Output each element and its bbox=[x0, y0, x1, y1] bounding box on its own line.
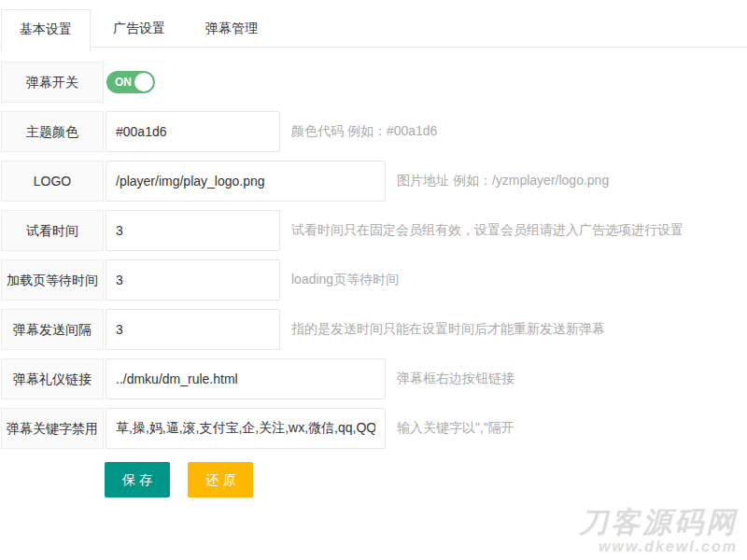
field-label: 加载页等待时间 bbox=[1, 259, 104, 301]
trial-time-input[interactable] bbox=[106, 210, 280, 251]
form-row-loading-wait: 加载页等待时间 loading页等待时间 bbox=[1, 259, 747, 301]
save-button[interactable]: 保存 bbox=[105, 462, 170, 497]
theme-color-input[interactable] bbox=[106, 111, 280, 152]
tab-danmaku-management[interactable]: 弹幕管理 bbox=[188, 9, 275, 47]
field-hint: 试看时间只在固定会员组有效，设置会员组请进入广告选项进行设置 bbox=[291, 222, 684, 239]
field-label: 弹幕发送间隔 bbox=[1, 309, 104, 350]
form-row-danmaku-keyword-ban: 弹幕关键字禁用 输入关键字以","隔开 bbox=[1, 408, 747, 449]
form-row-danmaku-interval: 弹幕发送间隔 指的是发送时间只能在设置时间后才能重新发送新弹幕 bbox=[1, 309, 747, 350]
watermark-site-name: 刀客源码网 bbox=[579, 508, 738, 539]
field-label: 弹幕关键字禁用 bbox=[1, 408, 104, 449]
danmaku-interval-input[interactable] bbox=[106, 309, 280, 350]
form-row-logo: LOGO 图片地址 例如：/yzmplayer/logo.png bbox=[1, 161, 747, 202]
field-label: LOGO bbox=[1, 161, 104, 202]
tab-ad-settings[interactable]: 广告设置 bbox=[95, 9, 183, 47]
form-row-danmaku-switch: 弹幕开关 ON bbox=[1, 62, 747, 103]
field-hint: 弹幕框右边按钮链接 bbox=[397, 371, 514, 387]
watermark: 刀客源码网 www.dkewl.com bbox=[579, 508, 738, 555]
switch-knob bbox=[134, 73, 153, 91]
loading-wait-input[interactable] bbox=[106, 259, 280, 301]
field-hint: 输入关键字以","隔开 bbox=[397, 420, 514, 437]
form-row-trial-time: 试看时间 试看时间只在固定会员组有效，设置会员组请进入广告选项进行设置 bbox=[1, 210, 747, 251]
danmaku-rule-link-input[interactable] bbox=[106, 358, 386, 399]
form-actions: 保存 还原 bbox=[105, 462, 747, 497]
field-hint: 颜色代码 例如：#00a1d6 bbox=[291, 123, 437, 140]
field-hint: 图片地址 例如：/yzmplayer/logo.png bbox=[397, 173, 609, 189]
form-row-danmaku-rule-link: 弹幕礼仪链接 弹幕框右边按钮链接 bbox=[1, 358, 747, 399]
field-label: 主题颜色 bbox=[1, 111, 104, 152]
danmaku-switch-toggle[interactable]: ON bbox=[106, 71, 155, 93]
field-hint: 指的是发送时间只能在设置时间后才能重新发送新弹幕 bbox=[291, 321, 605, 338]
switch-on-label: ON bbox=[115, 71, 132, 93]
form-row-theme-color: 主题颜色 颜色代码 例如：#00a1d6 bbox=[1, 111, 747, 152]
basic-settings-form: 弹幕开关 ON 主题颜色 颜色代码 例如：#00a1d6 LOGO 图片地址 例… bbox=[0, 62, 747, 497]
field-hint: loading页等待时间 bbox=[291, 272, 399, 288]
field-label: 弹幕开关 bbox=[1, 62, 104, 103]
logo-input[interactable] bbox=[106, 161, 386, 202]
danmaku-keyword-ban-input[interactable] bbox=[106, 408, 386, 449]
restore-button[interactable]: 还原 bbox=[188, 462, 253, 497]
watermark-url: www.dkewl.com bbox=[579, 539, 738, 555]
field-label: 试看时间 bbox=[1, 210, 104, 251]
tab-bar: 基本设置 广告设置 弹幕管理 bbox=[0, 9, 747, 48]
tab-basic-settings[interactable]: 基本设置 bbox=[1, 9, 91, 52]
field-label: 弹幕礼仪链接 bbox=[1, 358, 104, 399]
